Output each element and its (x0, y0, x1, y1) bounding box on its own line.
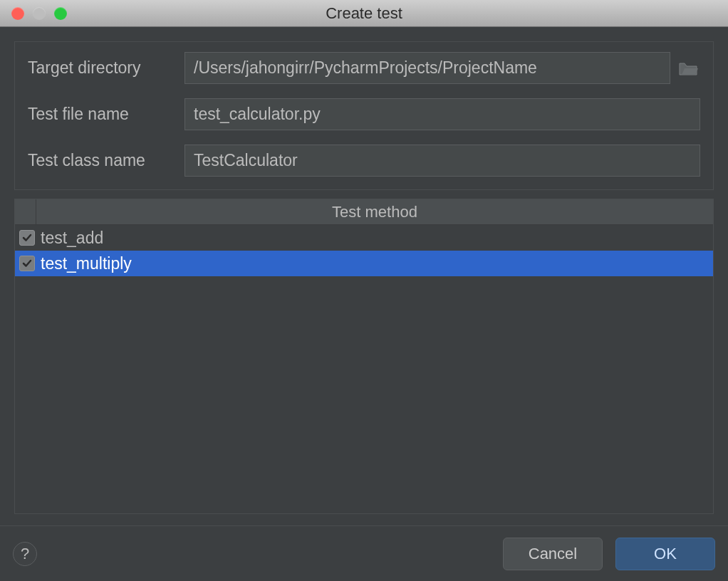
test-file-name-label: Test file name (28, 105, 184, 124)
test-class-name-row: Test class name (28, 145, 700, 177)
method-row[interactable]: test_multiply (15, 251, 713, 276)
method-name: test_multiply (41, 254, 132, 273)
cancel-button-label: Cancel (529, 545, 577, 563)
test-class-name-label: Test class name (28, 151, 184, 170)
ok-button[interactable]: OK (615, 538, 715, 570)
method-name: test_add (41, 229, 103, 248)
method-checkbox[interactable] (19, 230, 35, 246)
method-list-body: test_addtest_multiply (15, 225, 713, 276)
ok-button-label: OK (654, 545, 677, 563)
method-list-header: Test method (15, 199, 713, 225)
method-checkbox[interactable] (19, 256, 35, 271)
method-header-label: Test method (36, 199, 713, 224)
dialog-footer: ? Cancel OK (0, 525, 728, 581)
target-directory-row: Target directory (28, 52, 700, 84)
dialog-content: Target directory Test file name Test cla… (0, 27, 728, 525)
method-header-checkbox-col (15, 199, 36, 224)
test-file-name-row: Test file name (28, 98, 700, 130)
test-file-name-input[interactable] (184, 98, 700, 130)
help-button[interactable]: ? (13, 542, 37, 566)
method-list: Test method test_addtest_multiply (14, 199, 714, 514)
cancel-button[interactable]: Cancel (503, 538, 603, 570)
browse-folder-icon[interactable] (676, 52, 700, 84)
titlebar: Create test (0, 0, 728, 27)
dialog-window: Create test Target directory Test file n… (0, 0, 728, 581)
target-directory-input[interactable] (184, 52, 670, 84)
help-icon: ? (21, 545, 29, 563)
target-directory-label: Target directory (28, 58, 184, 78)
form-block: Target directory Test file name Test cla… (14, 41, 714, 190)
method-row[interactable]: test_add (15, 225, 713, 251)
dialog-title: Create test (0, 4, 728, 23)
test-class-name-input[interactable] (184, 145, 700, 177)
